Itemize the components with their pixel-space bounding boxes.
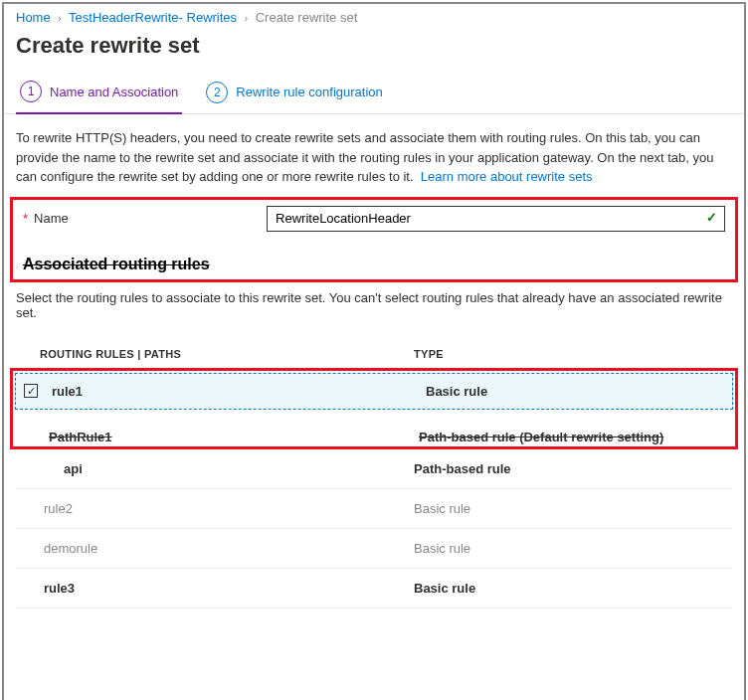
rule-name: rule1 xyxy=(52,384,426,399)
rule-type: Basic rule xyxy=(426,384,724,399)
breadcrumb-home[interactable]: Home xyxy=(16,10,51,25)
column-routing-rules: ROUTING RULES | PATHS xyxy=(16,348,414,360)
table-row-disabled: demorule Basic rule xyxy=(16,529,732,569)
rule-name: rule2 xyxy=(16,501,414,516)
rule-type: Basic rule xyxy=(414,501,732,516)
tab-step-number-icon: 1 xyxy=(20,81,42,102)
rule-name: api xyxy=(16,461,414,476)
rule-type: Path-based rule (Default rewrite setting… xyxy=(419,430,727,444)
rule-name: PathRule1 xyxy=(21,430,419,444)
table-header: ROUTING RULES | PATHS TYPE xyxy=(4,338,744,368)
tab-rewrite-rule-config[interactable]: 2 Rewrite rule configuration xyxy=(202,73,386,113)
required-asterisk-icon: * xyxy=(23,211,28,226)
rule-name: demorule xyxy=(16,541,414,556)
table-row-struck: PathRule1 Path-based rule (Default rewri… xyxy=(13,428,735,446)
section-subtext: Select the routing rules to associate to… xyxy=(4,284,744,338)
chevron-right-icon: › xyxy=(245,13,248,24)
learn-more-link[interactable]: Learn more about rewrite sets xyxy=(421,169,593,184)
breadcrumb-section[interactable]: TestHeaderRewrite- Rewrites xyxy=(69,10,237,25)
tabs: 1 Name and Association 2 Rewrite rule co… xyxy=(4,73,744,114)
rule-type: Path-based rule xyxy=(414,461,732,476)
page-title: Create rewrite set xyxy=(4,27,744,73)
chevron-right-icon: › xyxy=(58,13,61,24)
table-row[interactable]: rule3 Basic rule xyxy=(16,569,732,609)
checkmark-icon: ✓ xyxy=(706,210,717,225)
table-row-disabled: rule2 Basic rule xyxy=(16,489,732,529)
highlight-name-section: * Name ✓ Associated routing rules xyxy=(10,197,738,282)
table-row-selected[interactable]: ✓ rule1 Basic rule xyxy=(15,373,733,410)
column-type: TYPE xyxy=(414,348,732,360)
highlight-selected-rows: ✓ rule1 Basic rule PathRule1 Path-based … xyxy=(10,368,738,449)
name-input[interactable] xyxy=(267,206,725,232)
name-label: Name xyxy=(34,211,267,226)
rule-type: Basic rule xyxy=(414,541,732,556)
breadcrumb: Home › TestHeaderRewrite- Rewrites › Cre… xyxy=(4,4,744,27)
tab-label: Name and Association xyxy=(50,85,178,99)
section-heading: Associated routing rules xyxy=(15,256,733,277)
tab-name-association[interactable]: 1 Name and Association xyxy=(16,73,182,114)
breadcrumb-current: Create rewrite set xyxy=(256,10,358,25)
rule-name: rule3 xyxy=(16,581,414,596)
tab-label: Rewrite rule configuration xyxy=(236,85,382,99)
description-text: To rewrite HTTP(S) headers, you need to … xyxy=(4,114,744,195)
rule-type: Basic rule xyxy=(414,581,732,596)
checkbox-checked-icon[interactable]: ✓ xyxy=(24,384,38,398)
tab-step-number-icon: 2 xyxy=(206,82,228,103)
table-row[interactable]: api Path-based rule xyxy=(16,449,732,489)
